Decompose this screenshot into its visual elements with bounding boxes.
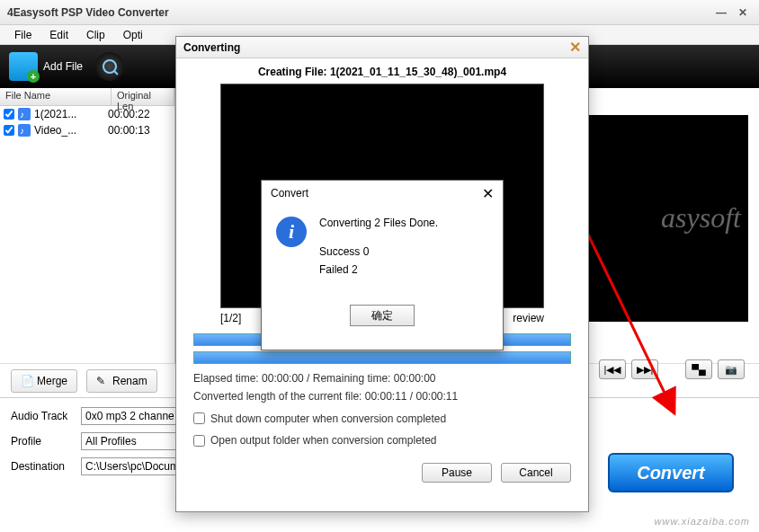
camera-button[interactable]: 📷 xyxy=(718,359,745,379)
msgbox-body: i Converting 2 Files Done. Success 0 Fai… xyxy=(262,206,503,292)
merge-label: Merge xyxy=(37,375,67,387)
file-row[interactable]: Video_... 00:00:13 xyxy=(0,122,174,138)
titlebar: 4Easysoft PSP Video Converter — ✕ xyxy=(0,0,759,25)
file-name: Video_... xyxy=(34,124,97,137)
info-icon: i xyxy=(276,217,307,247)
progress-bar-total xyxy=(193,351,571,364)
converting-buttons: Pause Cancel xyxy=(193,463,571,483)
shutdown-checkbox-row[interactable]: Shut down computer when conversion compl… xyxy=(193,410,571,428)
window-title: 4Easysoft PSP Video Converter xyxy=(7,6,169,19)
svg-line-1 xyxy=(114,71,118,75)
converting-close-button[interactable]: ✕ xyxy=(569,39,581,56)
svg-point-0 xyxy=(103,60,116,73)
shutdown-label: Shut down computer when conversion compl… xyxy=(210,410,446,428)
menu-clip[interactable]: Clip xyxy=(77,27,114,43)
add-file-label: Add File xyxy=(43,60,83,73)
creating-file-label: Creating File: 1(2021_01_11_15_30_48)_00… xyxy=(176,58,588,84)
brand-logo: asysoft xyxy=(586,115,748,235)
tab-preview[interactable]: review xyxy=(513,312,544,324)
open-folder-checkbox[interactable] xyxy=(193,435,205,447)
destination-label: Destination xyxy=(11,460,74,473)
file-length: 00:00:22 xyxy=(101,108,150,120)
effect-button[interactable] xyxy=(95,52,124,81)
minimize-button[interactable]: — xyxy=(712,5,730,20)
msgbox-line3: Failed 2 xyxy=(319,263,438,276)
col-length[interactable]: Original Len xyxy=(112,88,174,105)
music-icon xyxy=(18,124,31,137)
msgbox-line2: Success 0 xyxy=(319,245,438,258)
rename-icon: ✎ xyxy=(96,375,109,387)
snapshot-button[interactable]: ▀▄ xyxy=(685,359,712,379)
file-name: 1(2021... xyxy=(34,108,97,120)
transport-controls: |◀◀ ▶▶| ▀▄ 📷 xyxy=(599,359,745,379)
shutdown-checkbox[interactable] xyxy=(193,412,205,424)
menu-file[interactable]: File xyxy=(5,27,40,43)
elapsed-time: Elapsed time: 00:00:00 / Remaining time:… xyxy=(193,369,571,387)
tab-counter[interactable]: [1/2] xyxy=(220,312,241,324)
pause-button[interactable]: Pause xyxy=(422,463,492,483)
audio-track-label: Audio Track xyxy=(11,410,74,422)
open-folder-label: Open output folder when conversion compl… xyxy=(210,431,437,449)
menu-options[interactable]: Opti xyxy=(114,27,152,43)
file-list-header: File Name Original Len xyxy=(0,88,174,106)
file-length: 00:00:13 xyxy=(101,124,150,137)
add-file-button[interactable]: Add File xyxy=(9,52,83,81)
converting-title: Converting xyxy=(183,41,240,54)
col-filename[interactable]: File Name xyxy=(0,88,112,105)
msgbox-title: Convert xyxy=(271,187,482,200)
convert-button[interactable]: Convert xyxy=(608,453,734,492)
rename-label: Renam xyxy=(112,375,147,387)
prev-button[interactable]: |◀◀ xyxy=(599,359,626,379)
next-button[interactable]: ▶▶| xyxy=(631,359,658,379)
msgbox-titlebar: Convert ✕ xyxy=(262,181,503,206)
open-folder-checkbox-row[interactable]: Open output folder when conversion compl… xyxy=(193,431,571,449)
effect-icon xyxy=(95,52,124,81)
merge-button[interactable]: 📄 Merge xyxy=(11,369,77,393)
converting-stats: Elapsed time: 00:00:00 / Remaining time:… xyxy=(193,369,571,450)
msgbox-line1: Converting 2 Files Done. xyxy=(319,217,438,229)
music-icon xyxy=(18,108,31,120)
msgbox-text: Converting 2 Files Done. Success 0 Faile… xyxy=(319,217,438,281)
close-button[interactable]: ✕ xyxy=(734,5,752,20)
file-checkbox[interactable] xyxy=(4,109,14,120)
watermark: www.xiazaiba.com xyxy=(655,516,750,527)
msgbox-close-button[interactable]: ✕ xyxy=(482,185,494,202)
file-list-panel: File Name Original Len 1(2021... 00:00:2… xyxy=(0,88,175,363)
menu-edit[interactable]: Edit xyxy=(40,27,77,43)
converted-length: Converted length of the current file: 00… xyxy=(193,387,571,405)
rename-button[interactable]: ✎ Renam xyxy=(86,369,157,393)
msgbox-ok-button[interactable]: 确定 xyxy=(350,305,415,326)
file-checkbox[interactable] xyxy=(4,125,14,136)
profile-label: Profile xyxy=(11,435,74,448)
file-row[interactable]: 1(2021... 00:00:22 xyxy=(0,106,174,122)
result-msgbox: Convert ✕ i Converting 2 Files Done. Suc… xyxy=(261,180,504,350)
add-file-icon xyxy=(9,52,38,81)
preview-video: asysoft xyxy=(586,115,748,322)
cancel-button[interactable]: Cancel xyxy=(501,463,571,483)
converting-titlebar: Converting ✕ xyxy=(176,37,588,58)
merge-icon: 📄 xyxy=(21,375,33,387)
